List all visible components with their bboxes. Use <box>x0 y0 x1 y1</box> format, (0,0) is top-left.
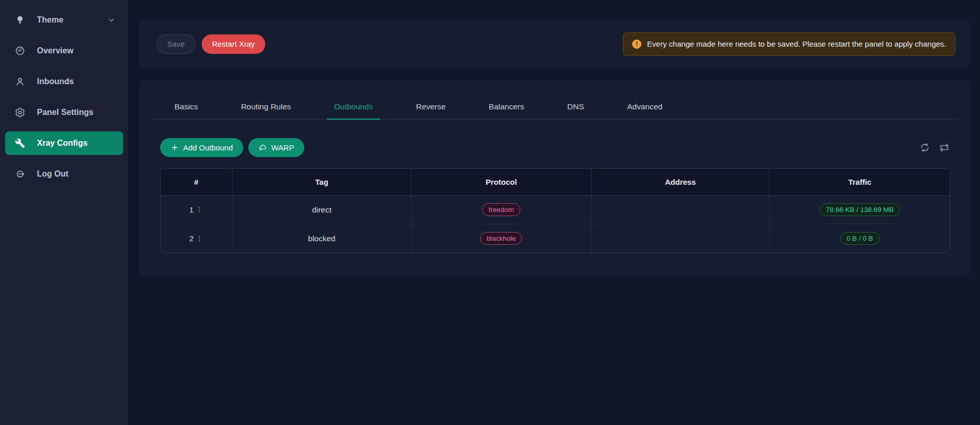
app-root: Theme Overview Inbounds Panel Settings <box>0 0 980 425</box>
row-menu-icon[interactable] <box>195 234 203 243</box>
protocol-badge: freedom <box>482 203 520 216</box>
outbounds-actions-row: Add Outbound WARP <box>160 138 950 157</box>
sidebar-item-label: Panel Settings <box>37 108 93 117</box>
row-index: 2 <box>189 234 194 243</box>
tab-dns[interactable]: DNS <box>560 98 592 119</box>
tab-balancers[interactable]: Balancers <box>482 98 532 119</box>
warning-icon: ! <box>632 40 641 49</box>
tab-advanced[interactable]: Advanced <box>620 98 670 119</box>
restart-xray-button[interactable]: Restart Xray <box>202 34 265 54</box>
row-menu-icon[interactable] <box>195 205 203 214</box>
col-header-protocol: Protocol <box>411 169 592 196</box>
sidebar-item-label: Theme <box>37 15 64 25</box>
row-address <box>592 224 770 253</box>
chevron-down-icon <box>108 16 115 24</box>
tab-reverse[interactable]: Reverse <box>409 98 453 119</box>
table-row: 1 direct freedom 78.66 KB / 138.69 MB <box>161 196 950 224</box>
row-tag: direct <box>232 196 411 224</box>
user-icon <box>14 76 26 87</box>
row-index: 1 <box>189 205 194 215</box>
protocol-badge: blackhole <box>480 232 522 245</box>
tab-outbounds[interactable]: Outbounds <box>327 98 380 119</box>
row-tag: blocked <box>232 224 411 253</box>
traffic-badge: 78.66 KB / 138.69 MB <box>820 203 900 216</box>
table-tools <box>919 142 950 153</box>
add-outbound-button[interactable]: Add Outbound <box>160 138 243 157</box>
unsaved-changes-alert: ! Every change made here needs to be sav… <box>623 32 955 56</box>
sidebar-item-overview[interactable]: Overview <box>5 39 123 63</box>
table-header-row: # Tag Protocol Address Traffic <box>161 169 950 196</box>
alert-text: Every change made here needs to be saved… <box>647 40 946 48</box>
col-header-tag: Tag <box>232 169 411 196</box>
config-tabs: Basics Routing Rules Outbounds Reverse B… <box>153 80 957 120</box>
warp-button[interactable]: WARP <box>248 138 304 157</box>
col-header-index: # <box>161 169 232 196</box>
xray-config-card: Basics Routing Rules Outbounds Reverse B… <box>140 80 971 276</box>
sidebar-item-xray-configs[interactable]: Xray Configs <box>5 131 123 155</box>
col-header-traffic: Traffic <box>770 169 950 196</box>
sidebar: Theme Overview Inbounds Panel Settings <box>0 0 128 425</box>
outbounds-table: # Tag Protocol Address Traffic 1 <box>160 168 950 253</box>
sidebar-item-label: Xray Configs <box>37 139 88 148</box>
sidebar-item-theme[interactable]: Theme <box>5 8 123 32</box>
dashboard-icon <box>14 45 26 56</box>
toolbar-card: Save Restart Xray ! Every change made he… <box>140 19 971 69</box>
sidebar-item-panel-settings[interactable]: Panel Settings <box>5 101 123 124</box>
repeat-icon[interactable] <box>938 142 950 153</box>
logout-icon <box>14 168 26 180</box>
sidebar-item-label: Inbounds <box>37 77 74 86</box>
cloud-icon <box>259 143 267 152</box>
sidebar-item-inbounds[interactable]: Inbounds <box>5 70 123 93</box>
tab-routing-rules[interactable]: Routing Rules <box>234 98 298 119</box>
wrench-icon <box>14 138 26 149</box>
sync-icon[interactable] <box>919 142 931 153</box>
sidebar-item-label: Overview <box>37 46 73 55</box>
sidebar-item-log-out[interactable]: Log Out <box>5 162 123 186</box>
traffic-badge: 0 B / 0 B <box>840 232 879 245</box>
tab-basics[interactable]: Basics <box>167 98 205 119</box>
col-header-address: Address <box>592 169 770 196</box>
bulb-icon <box>14 14 26 26</box>
gear-icon <box>14 107 26 118</box>
row-address <box>592 196 770 224</box>
plus-icon <box>170 143 179 152</box>
table-row: 2 blocked blackhole 0 B / 0 B <box>161 224 950 253</box>
main-content: Save Restart Xray ! Every change made he… <box>128 0 980 425</box>
sidebar-item-label: Log Out <box>37 169 68 179</box>
save-button[interactable]: Save <box>156 34 195 54</box>
